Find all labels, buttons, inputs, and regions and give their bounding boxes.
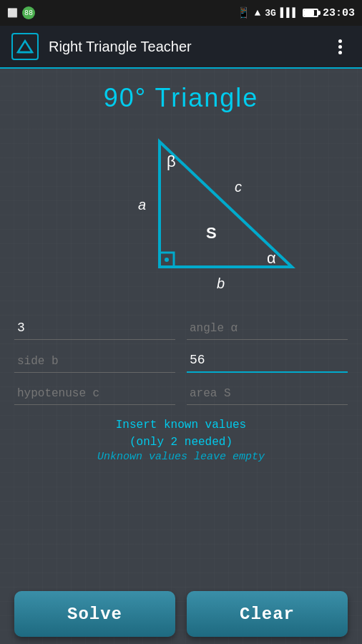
clear-button[interactable]: Clear <box>187 591 348 637</box>
page-title: 90° Triangle <box>104 83 259 113</box>
svg-marker-2 <box>160 142 292 267</box>
app-bar: Right Triangle Teacher <box>0 26 362 69</box>
label-area: S <box>206 224 217 242</box>
triangle-svg: a b c β α S <box>67 127 295 299</box>
label-beta: β <box>167 152 176 170</box>
side-b-input[interactable] <box>14 348 175 373</box>
label-c: c <box>235 179 242 195</box>
label-b: b <box>217 275 225 291</box>
status-bar: ⬜ 88 📱 ▲ 3G ▌▌▌ 23:03 <box>0 0 362 26</box>
main-content: 90° Triangle a b c β α S <box>0 69 362 644</box>
bottom-buttons: Solve Clear <box>14 584 348 637</box>
inputs-grid <box>14 316 348 405</box>
solve-button[interactable]: Solve <box>14 591 175 637</box>
value-56-input[interactable] <box>187 348 348 373</box>
status-right-icons: 📱 ▲ 3G ▌▌▌ 23:03 <box>237 6 355 20</box>
svg-marker-0 <box>18 41 32 52</box>
time-display: 23:03 <box>323 7 355 19</box>
status-left-icons: ⬜ 88 <box>7 6 35 19</box>
instructions-block: Insert known values (only 2 needed) Unkn… <box>97 416 265 463</box>
triangle-app-icon <box>16 38 34 55</box>
wifi-icon: ▲ <box>255 7 260 19</box>
instructions-line1: Insert known values <box>97 416 265 434</box>
overflow-menu-button[interactable] <box>329 39 351 54</box>
app-icon <box>11 33 39 60</box>
svg-point-4 <box>165 258 169 262</box>
signal-bars: ▌▌▌ <box>280 7 298 19</box>
triangle-diagram: a b c β α S <box>14 127 348 299</box>
label-alpha: α <box>267 249 276 267</box>
label-a: a <box>138 197 146 213</box>
hypotenuse-c-input[interactable] <box>14 381 175 405</box>
screenshot-icon: ⬜ <box>7 8 18 19</box>
instructions-line3: Unknown values leave empty <box>97 451 265 463</box>
side-a-input[interactable] <box>14 316 175 340</box>
notification-badge: 88 <box>22 6 35 19</box>
signal-label: 3G <box>265 8 276 19</box>
app-title: Right Triangle Teacher <box>49 39 319 55</box>
instructions-line2: (only 2 needed) <box>97 434 265 451</box>
phone-icon: 📱 <box>237 6 250 20</box>
battery-icon <box>303 9 318 17</box>
area-s-input[interactable] <box>187 381 348 405</box>
angle-alpha-input[interactable] <box>187 316 348 340</box>
